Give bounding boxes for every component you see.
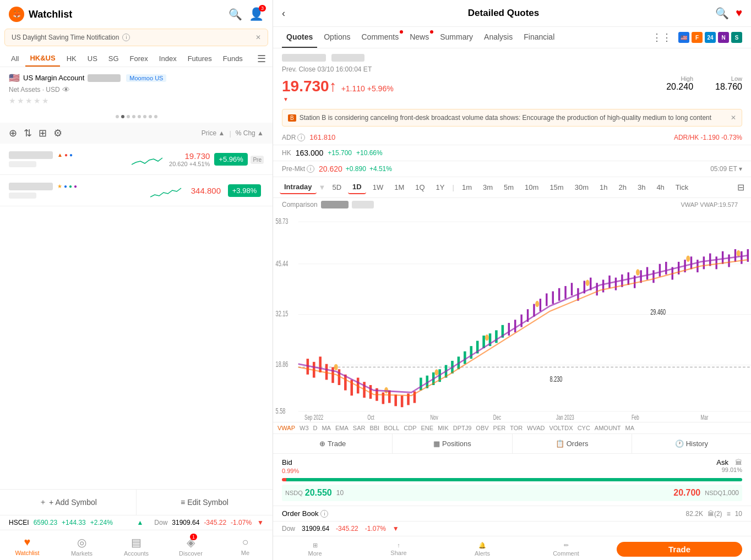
period-10min[interactable]: 10m (520, 181, 543, 194)
bank-icon[interactable]: 🏛 (735, 458, 742, 466)
notification-close-icon[interactable]: ✕ (255, 34, 261, 41)
indicator-dptj9[interactable]: DPTJ9 (453, 425, 472, 431)
history-button[interactable]: 🕐 History (632, 434, 751, 453)
indicator-wvad[interactable]: WVAD (527, 425, 545, 431)
tab-financial[interactable]: Financial (519, 27, 559, 48)
add-watchlist-icon[interactable]: ⊕ (9, 127, 17, 139)
indicator-amount[interactable]: AMOUNT (595, 425, 621, 431)
positions-button[interactable]: ▦ Positions (393, 434, 512, 453)
indicator-ma[interactable]: MA (322, 425, 331, 431)
list-item-2[interactable]: ★ ● ● ● 344.800 +3.98% (0, 175, 273, 206)
bnav-alerts[interactable]: 🔔 Alerts (440, 540, 524, 559)
order-book-num[interactable]: 10 (735, 510, 742, 518)
avatar-icon[interactable]: 👤 3 (249, 7, 264, 21)
indicator-bbi[interactable]: BBI (369, 425, 379, 431)
net-assets-icon[interactable]: 👁 (62, 85, 70, 94)
tab-summary[interactable]: Summary (436, 27, 477, 48)
settings-icon[interactable]: ⚙ (53, 127, 62, 139)
grid-icon[interactable]: ⊞ (39, 127, 47, 139)
indicator-sar[interactable]: SAR (353, 425, 366, 431)
tab-hk[interactable]: HK (62, 51, 81, 66)
orders-button[interactable]: 📋 Orders (513, 434, 632, 453)
tab-futures[interactable]: Futures (183, 51, 216, 66)
nav-discover[interactable]: ◈1 Discover (164, 534, 218, 559)
period-1q[interactable]: 1Q (411, 181, 429, 194)
tab-hkus[interactable]: HK&US (25, 51, 59, 67)
order-book-icon-1[interactable]: 🏛(2) (708, 510, 722, 518)
tab-funds[interactable]: Funds (219, 51, 247, 66)
indicator-tor[interactable]: TOR (510, 425, 523, 431)
period-5min[interactable]: 5m (499, 181, 518, 194)
tab-all[interactable]: All (7, 51, 23, 66)
price-col-label[interactable]: Price ▲ (202, 129, 225, 138)
tab-quotes[interactable]: Quotes (282, 27, 317, 48)
period-1m[interactable]: 1M (390, 181, 409, 194)
notification-info-icon[interactable]: i (122, 34, 130, 41)
indicator-cdp[interactable]: CDP (404, 425, 416, 431)
favorite-icon[interactable]: ♥ (736, 7, 742, 20)
indicator-per[interactable]: PER (493, 425, 506, 431)
indicator-cyc[interactable]: CYC (578, 425, 590, 431)
indicator-obv[interactable]: OBV (476, 425, 488, 431)
period-intraday[interactable]: Intraday (280, 180, 317, 194)
search-icon[interactable]: 🔍 (228, 8, 242, 21)
ask-price: 20.700 (673, 488, 700, 498)
pct-chg-col-label[interactable]: % Chg ▲ (236, 129, 264, 138)
trade-button[interactable]: ⊕ Trade (273, 434, 393, 453)
indicator-w3[interactable]: W3 (300, 425, 309, 431)
indicator-ene[interactable]: ENE (421, 425, 434, 431)
chart-more-button[interactable]: ⊟ (737, 182, 744, 193)
news-banner-close-icon[interactable]: ✕ (731, 114, 736, 122)
indicator-ma2[interactable]: MA (625, 425, 635, 431)
premkt-time[interactable]: 05:09 ET ▾ (710, 165, 742, 173)
tab-forex[interactable]: Forex (126, 51, 153, 66)
add-symbol-button[interactable]: ＋ + Add Symbol (0, 490, 137, 515)
tab-options[interactable]: Options (319, 27, 355, 48)
tabs-overflow-icon[interactable]: ⋮⋮ (652, 27, 672, 48)
indicator-ema[interactable]: EMA (335, 425, 349, 431)
tab-news[interactable]: News (405, 27, 433, 48)
tab-comments[interactable]: Comments (357, 27, 403, 48)
period-3h[interactable]: 3h (633, 181, 650, 194)
order-book-icon-2[interactable]: ≡ (727, 510, 731, 518)
indicator-vwap[interactable]: VWAP (277, 425, 295, 431)
tab-index[interactable]: Index (155, 51, 181, 66)
search-icon-right[interactable]: 🔍 (715, 7, 729, 20)
period-1min[interactable]: 1m (458, 181, 476, 194)
chart-area[interactable]: 58.73 45.44 32.15 18.86 5.58 29.460 8.23… (273, 211, 751, 422)
period-5d[interactable]: 5D (328, 181, 346, 194)
nav-me[interactable]: ○ Me (218, 534, 273, 559)
period-1w[interactable]: 1W (368, 181, 388, 194)
period-1y[interactable]: 1Y (432, 181, 449, 194)
period-30min[interactable]: 30m (570, 181, 593, 194)
edit-symbol-button[interactable]: ≡ Edit Symbol (137, 490, 273, 515)
period-15min[interactable]: 15m (545, 181, 568, 194)
tabs-more-icon[interactable]: ☰ (257, 53, 266, 65)
period-2h[interactable]: 2h (614, 181, 630, 194)
period-3min[interactable]: 3m (478, 181, 497, 194)
indicator-voltdx[interactable]: VOLTDX (549, 425, 573, 431)
indicator-d[interactable]: D (313, 425, 318, 431)
adr-info-icon[interactable]: i (297, 134, 305, 141)
sort-icon[interactable]: ⇅ (24, 127, 32, 139)
nav-accounts[interactable]: ▤ Accounts (109, 534, 164, 559)
tab-us[interactable]: US (83, 51, 102, 66)
nav-watchlist[interactable]: ♥ Watchlist (0, 534, 55, 559)
period-4h[interactable]: 4h (652, 181, 668, 194)
period-tick[interactable]: Tick (671, 181, 693, 194)
nav-markets[interactable]: ◎ Markets (55, 534, 109, 559)
list-item[interactable]: ▲ ● ● 19.730 20.620 +4.51% +5.96% Pre (0, 144, 273, 175)
trade-cta-button[interactable]: Trade (617, 542, 742, 557)
period-1h[interactable]: 1h (595, 181, 612, 194)
premkt-info-icon[interactable]: i (307, 165, 314, 173)
back-button[interactable]: ‹ (282, 8, 285, 19)
bnav-more[interactable]: ⊞ More (273, 540, 357, 559)
bnav-share[interactable]: ↑ Share (357, 540, 440, 559)
indicator-boll[interactable]: BOLL (384, 425, 399, 431)
tab-analysis[interactable]: Analysis (480, 27, 517, 48)
indicator-mik[interactable]: MIK (438, 425, 449, 431)
bnav-comment[interactable]: ✏ Comment (524, 540, 608, 559)
order-book-info-icon[interactable]: i (320, 510, 328, 518)
period-1d[interactable]: 1D (348, 180, 366, 194)
tab-sg[interactable]: SG (104, 51, 123, 66)
